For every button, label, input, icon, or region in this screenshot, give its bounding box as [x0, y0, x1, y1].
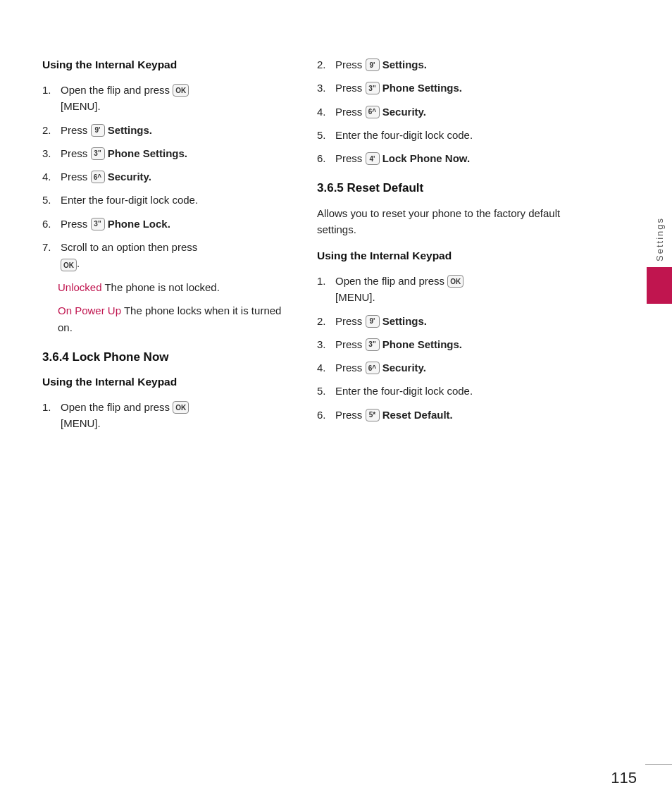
right-step-6: 6. Press 4' Lock Phone Now. — [317, 150, 578, 166]
right-step-4: 4. Press 6^ Security. — [317, 104, 578, 120]
bottom-rule — [645, 764, 672, 765]
key-6-1: 6^ — [91, 171, 105, 183]
right-label-reset-default: Reset Default. — [382, 409, 453, 421]
label-phone-lock: Phone Lock. — [108, 218, 170, 230]
right-step-number-2: 2. — [317, 56, 332, 73]
right-step-2: 2. Press 9' Settings. — [317, 56, 578, 73]
step-1: 1. Open the flip and press OK [MENU]. — [42, 82, 289, 115]
left-section2-heading: 3.6.4 Lock Phone Now — [42, 348, 289, 366]
step-5: 5. Enter the four-digit lock code. — [42, 192, 289, 208]
right-step-number-6: 6. — [317, 150, 332, 166]
step-number-6: 6. — [42, 216, 58, 232]
step-3: 3. Press 3" Phone Settings. — [42, 145, 289, 161]
step-text-6: Press 3" Phone Lock. — [61, 216, 289, 232]
right-reset-step-text-5: Enter the four-digit lock code. — [335, 383, 578, 399]
label-settings-1: Settings. — [108, 124, 152, 136]
right-key-4-1: 4' — [366, 152, 380, 165]
right-step-text-4: Press 6^ Security. — [335, 104, 578, 120]
step-text-7: Scroll to an option then press OK. — [61, 239, 289, 272]
right-label-security-1: Security. — [382, 106, 426, 118]
right-key-9-2: 9' — [366, 315, 380, 328]
right-label-lock-phone-now: Lock Phone Now. — [382, 152, 470, 164]
right-reset-step-2: 2. Press 9' Settings. — [317, 313, 578, 329]
right-reset-step-text-1: Open the flip and press OK [MENU]. — [335, 273, 578, 306]
key-9-1: 9' — [91, 124, 105, 137]
sidebar-tab: Settings — [647, 211, 672, 304]
sidebar-tab-bar — [647, 267, 672, 304]
step-number-2: 2. — [42, 122, 58, 138]
right-section2-description: Allows you to reset your phone to the fa… — [317, 205, 578, 238]
right-step-3: 3. Press 3" Phone Settings. — [317, 80, 578, 96]
right-step-text-2: Press 9' Settings. — [335, 56, 578, 73]
key-3-1: 3" — [91, 147, 105, 160]
right-reset-step-number-1: 1. — [317, 273, 332, 289]
page-number: 115 — [611, 769, 637, 787]
right-reset-step-number-3: 3. — [317, 336, 332, 352]
sidebar-tab-text: Settings — [654, 211, 665, 261]
right-key-6-2: 6^ — [366, 362, 380, 374]
right-label-security-2: Security. — [382, 362, 426, 374]
step-2: 2. Press 9' Settings. — [42, 122, 289, 138]
right-step-number-5: 5. — [317, 127, 332, 143]
step-7: 7. Scroll to an option then press OK. — [42, 239, 289, 272]
step-number-5: 5. — [42, 192, 58, 208]
step-6: 6. Press 3" Phone Lock. — [42, 216, 289, 232]
step-text-2: Press 9' Settings. — [61, 122, 289, 138]
right-step-number-4: 4. — [317, 104, 332, 120]
step-number-7: 7. — [42, 239, 58, 255]
right-section2-steps: 1. Open the flip and press OK [MENU]. 2.… — [317, 273, 578, 423]
right-label-phone-settings-2: Phone Settings. — [382, 338, 462, 350]
right-key-3-2: 3" — [366, 338, 380, 351]
right-reset-step-text-4: Press 6^ Security. — [335, 359, 578, 376]
right-key-3-1: 3" — [366, 82, 380, 94]
right-reset-step-text-3: Press 3" Phone Settings. — [335, 336, 578, 352]
right-step-number-3: 3. — [317, 80, 332, 96]
right-step-5: 5. Enter the four-digit lock code. — [317, 127, 578, 143]
right-label-settings-1: Settings. — [382, 58, 427, 70]
step-text-3: Press 3" Phone Settings. — [61, 145, 289, 161]
right-step-text-6: Press 4' Lock Phone Now. — [335, 150, 578, 166]
right-key-6-1: 6^ — [366, 106, 380, 118]
key-ok-1: OK — [173, 84, 189, 97]
right-reset-step-text-6: Press 5* Reset Default. — [335, 407, 578, 423]
right-reset-step-1: 1. Open the flip and press OK [MENU]. — [317, 273, 578, 306]
step-text-5: Enter the four-digit lock code. — [61, 192, 289, 208]
right-reset-step-6: 6. Press 5* Reset Default. — [317, 407, 578, 423]
right-key-5-1: 5* — [366, 409, 380, 421]
right-section2-heading: 3.6.5 Reset Default — [317, 179, 578, 197]
right-reset-step-number-5: 5. — [317, 383, 332, 399]
left-column: Using the Internal Keypad 1. Open the fl… — [42, 56, 310, 765]
left-section2-steps: 1. Open the flip and press OK [MENU]. — [42, 399, 289, 432]
right-key-ok-1: OK — [447, 275, 463, 288]
step-number-4: 4. — [42, 168, 58, 185]
step-lock-number-1: 1. — [42, 399, 58, 415]
step-number-1: 1. — [42, 82, 58, 98]
step-4: 4. Press 6^ Security. — [42, 168, 289, 185]
right-reset-step-text-2: Press 9' Settings. — [335, 313, 578, 329]
right-reset-step-3: 3. Press 3" Phone Settings. — [317, 336, 578, 352]
step-text-1: Open the flip and press OK [MENU]. — [61, 82, 289, 115]
step-text-4: Press 6^ Security. — [61, 168, 289, 185]
main-content: Using the Internal Keypad 1. Open the fl… — [0, 0, 672, 807]
label-phone-settings-1: Phone Settings. — [108, 147, 187, 159]
right-step-text-3: Press 3" Phone Settings. — [335, 80, 578, 96]
right-reset-step-5: 5. Enter the four-digit lock code. — [317, 383, 578, 399]
right-section1-steps: 2. Press 9' Settings. 3. Press 3" Phone … — [317, 56, 578, 166]
left-section2-subheading: Using the Internal Keypad — [42, 374, 289, 390]
right-section2-subheading: Using the Internal Keypad — [317, 247, 578, 264]
step-lock-text-1: Open the flip and press OK [MENU]. — [61, 399, 289, 432]
key-ok-2: OK — [61, 259, 77, 271]
right-reset-step-number-6: 6. — [317, 407, 332, 423]
right-reset-step-number-4: 4. — [317, 359, 332, 376]
step-lock-1: 1. Open the flip and press OK [MENU]. — [42, 399, 289, 432]
right-step-text-5: Enter the four-digit lock code. — [335, 127, 578, 143]
right-label-settings-2: Settings. — [382, 315, 427, 327]
right-reset-step-4: 4. Press 6^ Security. — [317, 359, 578, 376]
page-container: Using the Internal Keypad 1. Open the fl… — [0, 0, 672, 807]
right-label-phone-settings-1: Phone Settings. — [382, 82, 462, 94]
step-number-3: 3. — [42, 145, 58, 161]
note-on-power-up: On Power Up The phone locks when it is t… — [58, 302, 289, 335]
right-column: 2. Press 9' Settings. 3. Press 3" Phone … — [310, 56, 578, 765]
right-reset-step-number-2: 2. — [317, 313, 332, 329]
term-on-power-up: On Power Up — [58, 304, 121, 316]
